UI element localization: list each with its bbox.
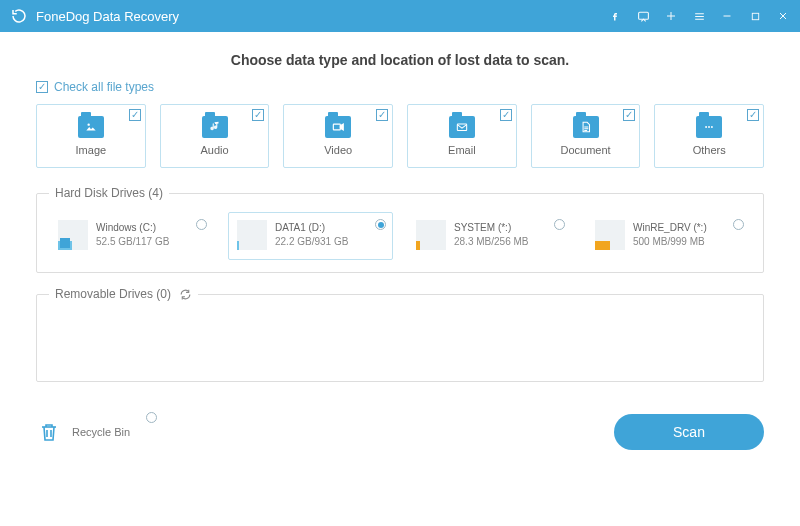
drive-size: 500 MB/999 MB: [633, 236, 707, 248]
drive-item[interactable]: WinRE_DRV (*:)500 MB/999 MB: [586, 212, 751, 260]
recycle-bin-icon: [36, 418, 62, 446]
file-type-audio[interactable]: ✓ Audio: [160, 104, 270, 168]
others-folder-icon: [696, 116, 722, 138]
file-type-document[interactable]: ✓ Document: [531, 104, 641, 168]
checkbox-icon: ✓: [747, 109, 759, 121]
image-folder-icon: [78, 116, 104, 138]
radio-icon: [196, 219, 207, 230]
drive-item[interactable]: DATA1 (D:)22.2 GB/931 GB: [228, 212, 393, 260]
svg-rect-1: [752, 13, 758, 19]
titlebar: FoneDog Data Recovery: [0, 0, 800, 32]
file-type-email[interactable]: ✓ Email: [407, 104, 517, 168]
close-icon[interactable]: [776, 9, 790, 23]
file-type-label: Video: [324, 144, 352, 156]
drive-item[interactable]: SYSTEM (*:)28.3 MB/256 MB: [407, 212, 572, 260]
file-type-others[interactable]: ✓ Others: [654, 104, 764, 168]
refresh-icon[interactable]: [179, 288, 192, 301]
checkbox-icon: ✓: [129, 109, 141, 121]
document-folder-icon: [573, 116, 599, 138]
radio-icon: [146, 412, 157, 423]
app-logo-icon: [10, 7, 28, 25]
video-folder-icon: [325, 116, 351, 138]
removable-section-title: Removable Drives (0): [55, 287, 171, 301]
checkbox-icon: ✓: [376, 109, 388, 121]
radio-icon: [375, 219, 386, 230]
drive-name: DATA1 (D:): [275, 222, 348, 234]
checkbox-icon: ✓: [623, 109, 635, 121]
drive-item[interactable]: Windows (C:)52.5 GB/117 GB: [49, 212, 214, 260]
drive-name: WinRE_DRV (*:): [633, 222, 707, 234]
file-type-video[interactable]: ✓ Video: [283, 104, 393, 168]
recycle-bin-option[interactable]: Recycle Bin: [36, 418, 130, 446]
drive-icon: [416, 220, 446, 250]
checkbox-icon: ✓: [252, 109, 264, 121]
svg-point-2: [87, 124, 89, 126]
file-type-image[interactable]: ✓ Image: [36, 104, 146, 168]
file-type-label: Email: [448, 144, 476, 156]
hdd-section: Hard Disk Drives (4) Windows (C:)52.5 GB…: [36, 186, 764, 273]
window-controls: [608, 9, 790, 23]
drive-icon: [58, 220, 88, 250]
drive-icon: [237, 220, 267, 250]
radio-icon: [554, 219, 565, 230]
check-all-file-types[interactable]: ✓ Check all file types: [36, 80, 764, 94]
svg-point-6: [708, 126, 710, 128]
file-type-label: Others: [693, 144, 726, 156]
drive-size: 22.2 GB/931 GB: [275, 236, 348, 248]
drive-list: Windows (C:)52.5 GB/117 GBDATA1 (D:)22.2…: [49, 212, 751, 260]
email-folder-icon: [449, 116, 475, 138]
facebook-icon[interactable]: [608, 9, 622, 23]
checkbox-icon: ✓: [36, 81, 48, 93]
removable-body-empty: [49, 313, 751, 369]
svg-point-7: [711, 126, 713, 128]
svg-rect-3: [334, 124, 341, 130]
scan-button[interactable]: Scan: [614, 414, 764, 450]
maximize-icon[interactable]: [748, 9, 762, 23]
drive-size: 52.5 GB/117 GB: [96, 236, 169, 248]
drive-icon: [595, 220, 625, 250]
audio-folder-icon: [202, 116, 228, 138]
hdd-section-title: Hard Disk Drives (4): [49, 186, 169, 200]
menu-icon[interactable]: [692, 9, 706, 23]
drive-name: Windows (C:): [96, 222, 169, 234]
drive-name: SYSTEM (*:): [454, 222, 528, 234]
svg-rect-0: [638, 12, 648, 19]
drive-size: 28.3 MB/256 MB: [454, 236, 528, 248]
minimize-icon[interactable]: [720, 9, 734, 23]
app-title: FoneDog Data Recovery: [36, 9, 608, 24]
file-type-label: Image: [76, 144, 107, 156]
svg-point-5: [705, 126, 707, 128]
recycle-bin-label: Recycle Bin: [72, 426, 130, 438]
file-type-label: Audio: [200, 144, 228, 156]
file-type-row: ✓ Image ✓ Audio ✓ Video ✓ Email ✓ Docume…: [36, 104, 764, 168]
radio-icon: [733, 219, 744, 230]
svg-rect-4: [457, 124, 466, 130]
plus-icon[interactable]: [664, 9, 678, 23]
file-type-label: Document: [560, 144, 610, 156]
removable-section: Removable Drives (0): [36, 287, 764, 382]
check-all-label: Check all file types: [54, 80, 154, 94]
checkbox-icon: ✓: [500, 109, 512, 121]
feedback-icon[interactable]: [636, 9, 650, 23]
page-headline: Choose data type and location of lost da…: [36, 52, 764, 68]
